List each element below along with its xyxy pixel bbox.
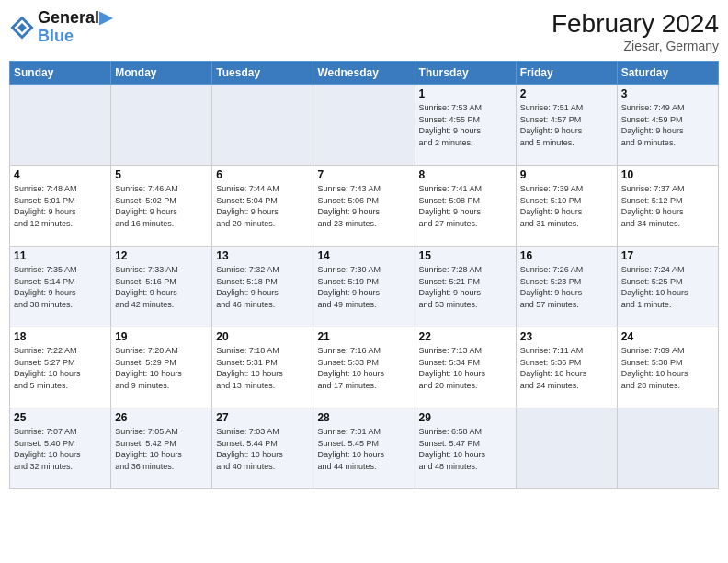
- day-info: Sunrise: 7:07 AM Sunset: 5:40 PM Dayligh…: [14, 426, 107, 472]
- day-info: Sunrise: 7:13 AM Sunset: 5:34 PM Dayligh…: [419, 345, 512, 391]
- day-info: Sunrise: 7:49 AM Sunset: 4:59 PM Dayligh…: [621, 102, 714, 148]
- calendar-week-row: 18Sunrise: 7:22 AM Sunset: 5:27 PM Dayli…: [10, 327, 719, 408]
- col-friday: Friday: [516, 62, 617, 85]
- calendar-cell: [10, 85, 111, 166]
- day-number: 14: [317, 249, 410, 262]
- day-number: 6: [216, 168, 309, 181]
- calendar-cell: 14Sunrise: 7:30 AM Sunset: 5:19 PM Dayli…: [313, 247, 415, 327]
- day-info: Sunrise: 7:18 AM Sunset: 5:31 PM Dayligh…: [216, 345, 309, 391]
- day-number: 1: [419, 87, 512, 100]
- day-number: 24: [621, 330, 714, 343]
- calendar-week-row: 1Sunrise: 7:53 AM Sunset: 4:55 PM Daylig…: [10, 85, 719, 166]
- day-info: Sunrise: 7:46 AM Sunset: 5:02 PM Dayligh…: [115, 183, 208, 229]
- day-info: Sunrise: 7:39 AM Sunset: 5:10 PM Dayligh…: [520, 183, 613, 229]
- day-info: Sunrise: 7:33 AM Sunset: 5:16 PM Dayligh…: [115, 264, 208, 310]
- calendar-cell: 16Sunrise: 7:26 AM Sunset: 5:23 PM Dayli…: [516, 247, 617, 327]
- calendar-cell: 21Sunrise: 7:16 AM Sunset: 5:33 PM Dayli…: [313, 327, 415, 408]
- calendar-cell: 9Sunrise: 7:39 AM Sunset: 5:10 PM Daylig…: [516, 166, 617, 247]
- calendar-cell: 7Sunrise: 7:43 AM Sunset: 5:06 PM Daylig…: [313, 166, 415, 247]
- calendar-cell: 13Sunrise: 7:32 AM Sunset: 5:18 PM Dayli…: [212, 247, 313, 327]
- day-number: 25: [14, 411, 107, 424]
- calendar-cell: 11Sunrise: 7:35 AM Sunset: 5:14 PM Dayli…: [10, 247, 111, 327]
- title-block: February 2024 Ziesar, Germany: [552, 9, 719, 53]
- col-thursday: Thursday: [415, 62, 516, 85]
- day-info: Sunrise: 7:26 AM Sunset: 5:23 PM Dayligh…: [520, 264, 613, 310]
- day-number: 20: [216, 330, 309, 343]
- day-info: Sunrise: 7:28 AM Sunset: 5:21 PM Dayligh…: [419, 264, 512, 310]
- day-number: 8: [419, 168, 512, 181]
- calendar-cell: 20Sunrise: 7:18 AM Sunset: 5:31 PM Dayli…: [212, 327, 313, 408]
- col-saturday: Saturday: [617, 62, 718, 85]
- calendar-cell: 3Sunrise: 7:49 AM Sunset: 4:59 PM Daylig…: [617, 85, 718, 166]
- logo: General▶ Blue: [9, 9, 112, 46]
- day-number: 4: [14, 168, 107, 181]
- day-info: Sunrise: 7:32 AM Sunset: 5:18 PM Dayligh…: [216, 264, 309, 310]
- logo-icon: [9, 15, 35, 40]
- day-number: 27: [216, 411, 309, 424]
- day-number: 23: [520, 330, 613, 343]
- calendar-cell: 27Sunrise: 7:03 AM Sunset: 5:44 PM Dayli…: [212, 408, 313, 489]
- day-info: Sunrise: 7:51 AM Sunset: 4:57 PM Dayligh…: [520, 102, 613, 148]
- day-info: Sunrise: 7:44 AM Sunset: 5:04 PM Dayligh…: [216, 183, 309, 229]
- calendar-cell: 1Sunrise: 7:53 AM Sunset: 4:55 PM Daylig…: [415, 85, 516, 166]
- day-number: 15: [419, 249, 512, 262]
- day-info: Sunrise: 7:41 AM Sunset: 5:08 PM Dayligh…: [419, 183, 512, 229]
- calendar-cell: [313, 85, 415, 166]
- day-number: 3: [621, 87, 714, 100]
- day-info: Sunrise: 7:30 AM Sunset: 5:19 PM Dayligh…: [317, 264, 410, 310]
- calendar-week-row: 25Sunrise: 7:07 AM Sunset: 5:40 PM Dayli…: [10, 408, 719, 489]
- day-number: 21: [317, 330, 410, 343]
- day-info: Sunrise: 7:35 AM Sunset: 5:14 PM Dayligh…: [14, 264, 107, 310]
- day-number: 5: [115, 168, 208, 181]
- day-info: Sunrise: 7:16 AM Sunset: 5:33 PM Dayligh…: [317, 345, 410, 391]
- calendar-cell: 18Sunrise: 7:22 AM Sunset: 5:27 PM Dayli…: [10, 327, 111, 408]
- day-number: 2: [520, 87, 613, 100]
- day-info: Sunrise: 7:22 AM Sunset: 5:27 PM Dayligh…: [14, 345, 107, 391]
- calendar-cell: [212, 85, 313, 166]
- day-number: 22: [419, 330, 512, 343]
- calendar-cell: 12Sunrise: 7:33 AM Sunset: 5:16 PM Dayli…: [111, 247, 212, 327]
- calendar-week-row: 11Sunrise: 7:35 AM Sunset: 5:14 PM Dayli…: [10, 247, 719, 327]
- calendar-cell: 15Sunrise: 7:28 AM Sunset: 5:21 PM Dayli…: [415, 247, 516, 327]
- calendar-cell: [111, 85, 212, 166]
- day-info: Sunrise: 7:37 AM Sunset: 5:12 PM Dayligh…: [621, 183, 714, 229]
- calendar-week-row: 4Sunrise: 7:48 AM Sunset: 5:01 PM Daylig…: [10, 166, 719, 247]
- col-tuesday: Tuesday: [212, 62, 313, 85]
- day-info: Sunrise: 7:11 AM Sunset: 5:36 PM Dayligh…: [520, 345, 613, 391]
- calendar-table: Sunday Monday Tuesday Wednesday Thursday…: [9, 61, 719, 489]
- calendar-cell: 8Sunrise: 7:41 AM Sunset: 5:08 PM Daylig…: [415, 166, 516, 247]
- day-info: Sunrise: 7:09 AM Sunset: 5:38 PM Dayligh…: [621, 345, 714, 391]
- day-info: Sunrise: 7:01 AM Sunset: 5:45 PM Dayligh…: [317, 426, 410, 472]
- calendar-cell: 29Sunrise: 6:58 AM Sunset: 5:47 PM Dayli…: [415, 408, 516, 489]
- header: General▶ Blue February 2024 Ziesar, Germ…: [9, 9, 719, 53]
- calendar-cell: 26Sunrise: 7:05 AM Sunset: 5:42 PM Dayli…: [111, 408, 212, 489]
- day-number: 17: [621, 249, 714, 262]
- col-wednesday: Wednesday: [313, 62, 415, 85]
- calendar-cell: 23Sunrise: 7:11 AM Sunset: 5:36 PM Dayli…: [516, 327, 617, 408]
- month-year-title: February 2024: [552, 9, 719, 39]
- day-number: 16: [520, 249, 613, 262]
- calendar-cell: 2Sunrise: 7:51 AM Sunset: 4:57 PM Daylig…: [516, 85, 617, 166]
- calendar-cell: 10Sunrise: 7:37 AM Sunset: 5:12 PM Dayli…: [617, 166, 718, 247]
- day-number: 9: [520, 168, 613, 181]
- day-info: Sunrise: 7:24 AM Sunset: 5:25 PM Dayligh…: [621, 264, 714, 310]
- day-info: Sunrise: 7:05 AM Sunset: 5:42 PM Dayligh…: [115, 426, 208, 472]
- logo-text: General▶ Blue: [38, 9, 112, 46]
- day-number: 26: [115, 411, 208, 424]
- col-sunday: Sunday: [10, 62, 111, 85]
- calendar-cell: [516, 408, 617, 489]
- day-number: 28: [317, 411, 410, 424]
- day-info: Sunrise: 7:20 AM Sunset: 5:29 PM Dayligh…: [115, 345, 208, 391]
- day-number: 7: [317, 168, 410, 181]
- day-info: Sunrise: 7:03 AM Sunset: 5:44 PM Dayligh…: [216, 426, 309, 472]
- day-info: Sunrise: 6:58 AM Sunset: 5:47 PM Dayligh…: [419, 426, 512, 472]
- day-number: 19: [115, 330, 208, 343]
- day-number: 10: [621, 168, 714, 181]
- day-number: 11: [14, 249, 107, 262]
- location-subtitle: Ziesar, Germany: [552, 39, 719, 53]
- day-info: Sunrise: 7:53 AM Sunset: 4:55 PM Dayligh…: [419, 102, 512, 148]
- calendar-header-row: Sunday Monday Tuesday Wednesday Thursday…: [10, 62, 719, 85]
- page: General▶ Blue February 2024 Ziesar, Germ…: [0, 0, 728, 563]
- calendar-cell: 4Sunrise: 7:48 AM Sunset: 5:01 PM Daylig…: [10, 166, 111, 247]
- calendar-cell: 25Sunrise: 7:07 AM Sunset: 5:40 PM Dayli…: [10, 408, 111, 489]
